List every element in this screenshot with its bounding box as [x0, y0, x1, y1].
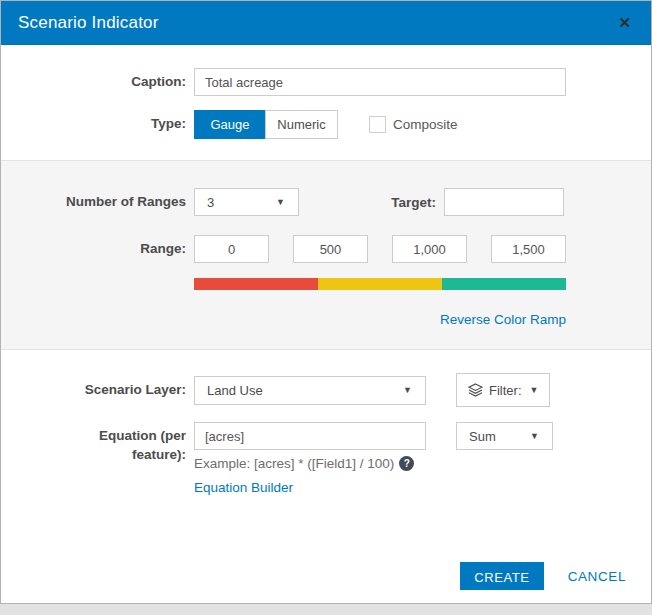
- scenario-layer-select[interactable]: Land Use ▼: [194, 376, 426, 405]
- range-input-3[interactable]: [392, 235, 467, 263]
- dialog-title: Scenario Indicator: [18, 13, 159, 33]
- ranges-section: Number of Ranges 3 ▼ Target: Range:: [1, 160, 651, 350]
- filter-button[interactable]: Filter: ▼: [456, 373, 550, 407]
- type-option-gauge[interactable]: Gauge: [194, 110, 265, 139]
- help-icon[interactable]: ?: [399, 456, 414, 471]
- equation-example-text: Example: [acres] * ([Field1] / 100): [194, 456, 394, 471]
- scenario-layer-label: Scenario Layer:: [1, 381, 186, 400]
- color-ramp: [194, 278, 566, 290]
- composite-option[interactable]: Composite: [369, 116, 458, 133]
- color-ramp-row: [1, 278, 651, 290]
- type-row: Type: Gauge Numeric Composite: [1, 110, 651, 139]
- range-label: Range:: [1, 240, 186, 259]
- ramp-segment-yellow: [318, 278, 442, 290]
- equation-builder-link[interactable]: Equation Builder: [194, 480, 293, 495]
- target-input[interactable]: [444, 188, 564, 216]
- chevron-down-icon: ▼: [403, 385, 412, 395]
- equation-row: Equation (per feature): Sum ▼ Example: […: [1, 422, 651, 496]
- chevron-down-icon: ▼: [530, 385, 539, 395]
- top-section: Caption: Type: Gauge Numeric Composite: [1, 45, 651, 139]
- type-option-numeric[interactable]: Numeric: [265, 110, 338, 139]
- equation-input[interactable]: [194, 422, 426, 450]
- target-group: Target:: [391, 188, 564, 216]
- layers-icon: [468, 383, 483, 397]
- target-label: Target:: [391, 195, 436, 210]
- range-row: Range:: [1, 235, 651, 263]
- ramp-segment-red: [194, 278, 318, 290]
- cancel-button[interactable]: CANCEL: [568, 569, 626, 584]
- range-input-4[interactable]: [491, 235, 566, 263]
- chevron-down-icon: ▼: [276, 197, 285, 207]
- aggregation-value: Sum: [469, 429, 496, 444]
- composite-label: Composite: [393, 117, 458, 132]
- number-of-ranges-label: Number of Ranges: [1, 193, 186, 212]
- scenario-layer-row: Scenario Layer: Land Use ▼ Filter: ▼: [1, 373, 651, 407]
- range-inputs: [194, 235, 566, 263]
- scenario-layer-value: Land Use: [207, 383, 263, 398]
- close-icon[interactable]: ✕: [614, 11, 635, 34]
- composite-checkbox[interactable]: [369, 116, 386, 133]
- scenario-indicator-dialog: Scenario Indicator ✕ Caption: Type: Gaug…: [0, 0, 652, 604]
- type-toggle: Gauge Numeric: [194, 110, 338, 139]
- caption-input[interactable]: [194, 68, 566, 96]
- number-of-ranges-select[interactable]: 3 ▼: [194, 188, 299, 216]
- bottom-section: Scenario Layer: Land Use ▼ Filter: ▼ Equ…: [1, 350, 651, 496]
- dialog-header: Scenario Indicator ✕: [1, 1, 651, 45]
- reverse-color-ramp-link[interactable]: Reverse Color Ramp: [440, 312, 566, 327]
- ramp-segment-green: [442, 278, 566, 290]
- filter-label: Filter:: [489, 383, 522, 398]
- caption-row: Caption:: [1, 68, 651, 96]
- range-input-2[interactable]: [293, 235, 368, 263]
- reverse-ramp-row: Reverse Color Ramp: [1, 310, 651, 328]
- range-input-1[interactable]: [194, 235, 269, 263]
- chevron-down-icon: ▼: [530, 431, 539, 441]
- aggregation-select[interactable]: Sum ▼: [456, 422, 553, 450]
- caption-label: Caption:: [1, 73, 186, 92]
- create-button[interactable]: CREATE: [460, 562, 543, 590]
- dialog-footer: CREATE CANCEL: [1, 562, 651, 603]
- type-label: Type:: [1, 115, 186, 134]
- number-of-ranges-row: Number of Ranges 3 ▼ Target:: [1, 188, 651, 216]
- number-of-ranges-value: 3: [207, 195, 214, 210]
- equation-label: Equation (per feature):: [76, 427, 186, 465]
